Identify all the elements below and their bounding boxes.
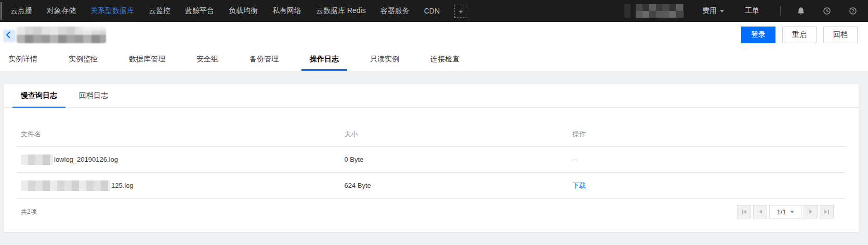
tab-database-management[interactable]: 数据库管理	[121, 48, 174, 71]
tab-connection-check[interactable]: 连接检查	[422, 48, 468, 71]
subtab-rollback-log[interactable]: 回档日志	[71, 84, 116, 107]
total-count-label: 共2项	[17, 208, 37, 216]
triangle-right-icon	[824, 210, 827, 214]
nav-item-cdn[interactable]: CDN	[424, 7, 440, 15]
filename-blurred-prefix	[21, 154, 53, 165]
rollback-button[interactable]: 回档	[823, 27, 858, 43]
column-header-size: 大小	[340, 130, 568, 139]
help-icon[interactable]: ?	[848, 6, 858, 16]
page-select[interactable]: 1/1	[769, 205, 801, 218]
topbar-left-edge-line	[1, 2, 2, 20]
add-service-button[interactable]: +	[454, 5, 467, 18]
clock-icon[interactable]	[822, 6, 832, 16]
triangle-left-icon	[743, 210, 746, 214]
nav-item-bluewhale[interactable]: 蓝鲸平台	[185, 6, 214, 16]
log-subtab-bar: 慢查询日志 回档日志	[4, 84, 859, 108]
next-page-button[interactable]	[804, 205, 818, 218]
triangle-left-icon	[759, 210, 762, 214]
tab-operation-log[interactable]: 操作日志	[301, 48, 347, 71]
filename-blurred-prefix	[21, 180, 110, 191]
table-header-row: 文件名 大小 操作	[17, 122, 846, 147]
action-cell: --	[568, 156, 846, 163]
chevron-down-icon	[790, 211, 794, 213]
tab-instance-details[interactable]: 实例详情	[0, 48, 46, 71]
nav-item-redis[interactable]: 云数据库 Redis	[316, 6, 366, 16]
page-indicator: 1/1	[777, 208, 786, 216]
topbar-divider	[780, 6, 781, 16]
nav-item-container[interactable]: 容器服务	[380, 6, 410, 16]
size-cell: 0 Byte	[340, 156, 568, 163]
account-blur-small	[624, 4, 630, 18]
bell-icon[interactable]	[796, 6, 806, 16]
billing-menu[interactable]: 费用	[702, 6, 724, 16]
account-name-blurred	[636, 4, 683, 18]
last-page-bar-icon	[828, 210, 829, 214]
size-cell: 624 Byte	[340, 182, 568, 189]
table-row: 125.log 624 Byte 下载	[17, 173, 846, 199]
column-header-filename: 文件名	[17, 130, 340, 139]
pagination: 1/1	[737, 205, 834, 218]
triangle-right-icon	[809, 210, 812, 214]
subtab-slow-query-log[interactable]: 慢查询日志	[12, 84, 65, 107]
tab-security-group[interactable]: 安全组	[188, 48, 227, 71]
instance-title-area	[4, 27, 106, 43]
nav-item-rdb[interactable]: 关系型数据库	[90, 6, 134, 16]
nav-item-vpc[interactable]: 私有网络	[272, 6, 301, 16]
instance-tab-bar: 实例详情 实例监控 数据库管理 安全组 备份管理 操作日志 只读实例 连接检查	[0, 48, 868, 71]
nav-item-monitor[interactable]: 云监控	[149, 6, 170, 16]
ticket-link[interactable]: 工单	[745, 6, 759, 16]
first-page-bar-icon	[742, 210, 743, 214]
restart-button[interactable]: 重启	[782, 27, 817, 43]
billing-label: 费用	[702, 6, 717, 16]
prev-page-button[interactable]	[753, 205, 767, 218]
top-nav-products: 云点播 对象存储 关系型数据库 云监控 蓝鲸平台 负载均衡 私有网络 云数据库 …	[0, 5, 467, 18]
chevron-down-icon	[720, 10, 724, 12]
last-page-button[interactable]	[820, 205, 834, 218]
table-row: lowlog_20190126.log 0 Byte --	[17, 147, 846, 173]
topbar-right-area: 费用 工单 ?	[624, 4, 868, 18]
login-button[interactable]: 登录	[741, 27, 775, 43]
action-cell: 下载	[568, 181, 846, 190]
filename-cell: 125.log	[17, 180, 340, 191]
filename-text: lowlog_20190126.log	[54, 156, 118, 163]
top-nav-bar: 云点播 对象存储 关系型数据库 云监控 蓝鲸平台 负载均衡 私有网络 云数据库 …	[0, 0, 868, 22]
plus-icon: +	[458, 7, 463, 16]
svg-text:?: ?	[851, 9, 854, 14]
download-link[interactable]: 下载	[572, 182, 586, 189]
log-file-table: 文件名 大小 操作 lowlog_20190126.log 0 Byte -- …	[17, 122, 846, 225]
tab-instance-monitor[interactable]: 实例监控	[60, 48, 106, 71]
nav-item-vod[interactable]: 云点播	[10, 6, 32, 16]
table-footer: 共2项 1/1	[17, 199, 846, 225]
back-arrow-icon[interactable]	[4, 30, 15, 40]
first-page-button[interactable]	[737, 205, 751, 218]
instance-toolbar: 登录 重启 回档	[0, 22, 868, 48]
operation-log-card: 慢查询日志 回档日志 文件名 大小 操作 lowlog_20190126.log…	[4, 84, 859, 232]
column-header-action: 操作	[568, 130, 846, 139]
instance-name-blurred	[17, 27, 106, 43]
tab-backup-management[interactable]: 备份管理	[241, 48, 287, 71]
instance-actions: 登录 重启 回档	[741, 27, 858, 43]
tab-readonly-instance[interactable]: 只读实例	[362, 48, 407, 71]
filename-cell: lowlog_20190126.log	[17, 154, 340, 165]
nav-item-clb[interactable]: 负载均衡	[229, 6, 258, 16]
nav-item-cos[interactable]: 对象存储	[47, 6, 76, 16]
filename-text: 125.log	[111, 182, 134, 189]
